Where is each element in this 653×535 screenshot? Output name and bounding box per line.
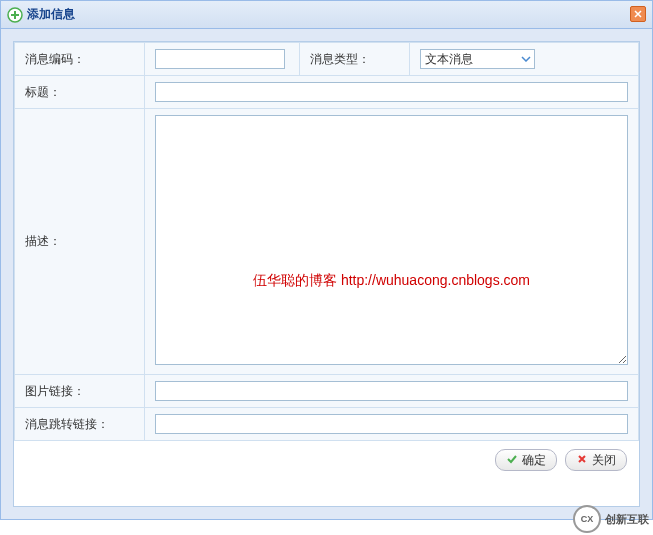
logo-circle-icon: CX [573, 505, 601, 533]
check-icon [506, 453, 518, 468]
message-type-label: 消息类型： [300, 43, 410, 76]
close-action-button[interactable]: 关闭 [565, 449, 627, 471]
dialog-window: 添加信息 消息编码： 消息类型： 文本消息 [0, 0, 653, 520]
window-title: 添加信息 [27, 6, 75, 23]
jump-link-label: 消息跳转链接： [15, 408, 145, 441]
footer-logo-text: 创新互联 [605, 512, 649, 527]
chevron-down-icon[interactable] [518, 50, 534, 68]
titlebar: 添加信息 [1, 1, 652, 29]
close-button-label: 关闭 [592, 452, 616, 469]
description-textarea[interactable] [155, 115, 628, 365]
message-type-selected: 文本消息 [421, 51, 518, 68]
message-type-combo[interactable]: 文本消息 [420, 49, 535, 69]
description-label: 描述： [15, 109, 145, 375]
title-input[interactable] [155, 82, 628, 102]
dialog-content: 消息编码： 消息类型： 文本消息 [1, 29, 652, 519]
message-code-input[interactable] [155, 49, 285, 69]
close-button[interactable] [630, 6, 646, 22]
x-icon [576, 453, 588, 468]
title-label: 标题： [15, 76, 145, 109]
jump-link-input[interactable] [155, 414, 628, 434]
add-icon [7, 7, 23, 23]
image-link-label: 图片链接： [15, 375, 145, 408]
button-bar: 确定 关闭 [14, 441, 639, 506]
footer-logo: CX 创新互联 [573, 505, 649, 533]
message-code-label: 消息编码： [15, 43, 145, 76]
form-panel: 消息编码： 消息类型： 文本消息 [13, 41, 640, 507]
form-table: 消息编码： 消息类型： 文本消息 [14, 42, 639, 441]
ok-button-label: 确定 [522, 452, 546, 469]
svg-rect-2 [11, 14, 19, 16]
ok-button[interactable]: 确定 [495, 449, 557, 471]
image-link-input[interactable] [155, 381, 628, 401]
